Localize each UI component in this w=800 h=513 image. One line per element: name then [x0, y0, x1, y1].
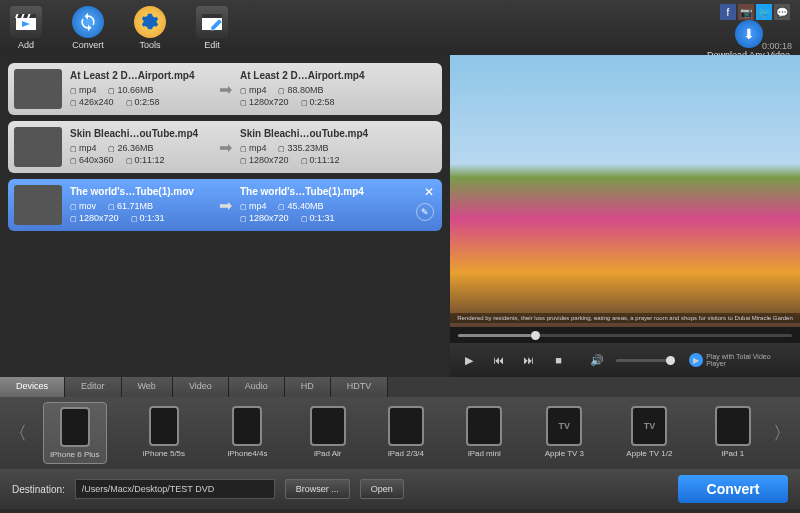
dst-title: Skin Bleachi…ouTube.mp4 [240, 128, 380, 139]
device-label: iPad mini [468, 449, 501, 458]
src-format: mp4 [70, 143, 96, 153]
dst-format: mp4 [240, 85, 266, 95]
add-button[interactable]: Add [10, 6, 42, 50]
tools-button[interactable]: Tools [134, 6, 166, 50]
seek-bar[interactable]: 0:00:18 [450, 327, 800, 343]
dst-format: mp4 [240, 143, 266, 153]
src-title: The world's…Tube(1).mov [70, 186, 210, 197]
src-resolution: 640x360 [70, 155, 114, 165]
device-label: iPhone 6 Plus [50, 450, 99, 459]
dst-size: 45.40MB [278, 201, 323, 211]
close-icon[interactable]: ✕ [424, 185, 434, 199]
player-controls: ▶ ⏮ ⏭ ■ 🔊 ▶ Play with Total Video Player [450, 343, 800, 377]
device-icon [149, 406, 179, 446]
time-display: 0:00:18 [762, 41, 792, 51]
src-size: 61.71MB [108, 201, 153, 211]
dst-format: mp4 [240, 201, 266, 211]
device-label: iPhone 5/5s [143, 449, 185, 458]
device-label: iPad 2/3/4 [388, 449, 424, 458]
src-title: At Least 2 D…Airport.mp4 [70, 70, 210, 81]
clapperboard-icon [10, 6, 42, 38]
browser-button[interactable]: Browser ... [285, 479, 350, 499]
device-icon [310, 406, 346, 446]
convert-main-button[interactable]: Convert [678, 475, 788, 503]
device-icon [232, 406, 262, 446]
dst-title: The world's…Tube(1).mp4 [240, 186, 380, 197]
destination-label: Destination: [12, 484, 65, 495]
play-external-link[interactable]: ▶ Play with Total Video Player [689, 353, 792, 367]
play-button[interactable]: ▶ [458, 349, 480, 371]
device-option[interactable]: iPad 1 [709, 402, 757, 464]
src-size: 26.36MB [108, 143, 153, 153]
device-icon [466, 406, 502, 446]
device-icon: TV [546, 406, 582, 446]
src-duration: 0:2:58 [126, 97, 160, 107]
dst-resolution: 1280x720 [240, 213, 289, 223]
download-any-video-button[interactable]: ⬇ Download Any Video [707, 20, 790, 60]
pencil-icon [196, 6, 228, 38]
device-label: iPhone4/4s [227, 449, 267, 458]
tab-audio[interactable]: Audio [229, 377, 285, 397]
tab-hdtv[interactable]: HDTV [331, 377, 389, 397]
facebook-icon[interactable]: f [720, 4, 736, 20]
refresh-icon [72, 6, 104, 38]
tab-devices[interactable]: Devices [0, 377, 65, 397]
dst-duration: 0:1:31 [301, 213, 335, 223]
edit-button[interactable]: Edit [196, 6, 228, 50]
thumbnail [14, 185, 62, 225]
src-format: mov [70, 201, 96, 211]
device-option[interactable]: iPhone 5/5s [137, 402, 191, 464]
preview-caption: Rendered by residents, their loss provid… [450, 313, 800, 323]
device-option[interactable]: iPhone 6 Plus [43, 402, 106, 464]
device-prev-button[interactable]: 〈 [8, 421, 28, 445]
src-format: mp4 [70, 85, 96, 95]
instagram-icon[interactable]: 📷 [738, 4, 754, 20]
volume-slider[interactable] [616, 359, 676, 362]
dst-resolution: 1280x720 [240, 97, 289, 107]
dst-size: 335.23MB [278, 143, 328, 153]
prev-button[interactable]: ⏮ [488, 349, 510, 371]
tab-hd[interactable]: HD [285, 377, 331, 397]
tab-web[interactable]: Web [122, 377, 173, 397]
device-next-button[interactable]: 〉 [772, 421, 792, 445]
device-option[interactable]: iPad 2/3/4 [382, 402, 430, 464]
arrow-icon: ➡ [210, 138, 240, 157]
stop-button[interactable]: ■ [548, 349, 570, 371]
open-button[interactable]: Open [360, 479, 404, 499]
src-size: 10.66MB [108, 85, 153, 95]
thumbnail [14, 69, 62, 109]
device-icon [60, 407, 90, 447]
volume-icon[interactable]: 🔊 [586, 349, 608, 371]
twitter-icon[interactable]: 🐦 [756, 4, 772, 20]
device-option[interactable]: TVApple TV 3 [539, 402, 590, 464]
video-preview[interactable]: Rendered by residents, their loss provid… [450, 55, 800, 327]
device-option[interactable]: TVApple TV 1/2 [620, 402, 678, 464]
file-list: At Least 2 D…Airport.mp4 mp410.66MB 426x… [0, 55, 450, 377]
other-icon[interactable]: 💬 [774, 4, 790, 20]
device-label: Apple TV 1/2 [626, 449, 672, 458]
src-duration: 0:1:31 [131, 213, 165, 223]
src-duration: 0:11:12 [126, 155, 165, 165]
main-toolbar: Add Convert Tools Edit f 📷 🐦 💬 ⬇ Downloa… [0, 0, 800, 55]
file-item[interactable]: The world's…Tube(1).mov mov61.71MB 1280x… [8, 179, 442, 231]
thumbnail [14, 127, 62, 167]
dst-duration: 0:11:12 [301, 155, 340, 165]
next-button[interactable]: ⏭ [518, 349, 540, 371]
device-option[interactable]: iPhone4/4s [221, 402, 273, 464]
device-option[interactable]: iPad mini [460, 402, 508, 464]
dst-resolution: 1280x720 [240, 155, 289, 165]
tab-video[interactable]: Video [173, 377, 229, 397]
tab-editor[interactable]: Editor [65, 377, 122, 397]
src-resolution: 426x240 [70, 97, 114, 107]
device-option[interactable]: iPad Air [304, 402, 352, 464]
device-icon [715, 406, 751, 446]
svg-marker-7 [202, 14, 222, 18]
file-item[interactable]: Skin Bleachi…ouTube.mp4 mp426.36MB 640x3… [8, 121, 442, 173]
src-resolution: 1280x720 [70, 213, 119, 223]
edit-item-button[interactable]: ✎ [416, 203, 434, 221]
gear-icon [134, 6, 166, 38]
destination-input[interactable] [75, 479, 275, 499]
file-item[interactable]: At Least 2 D…Airport.mp4 mp410.66MB 426x… [8, 63, 442, 115]
convert-button[interactable]: Convert [72, 6, 104, 50]
footer-bar: Destination: Browser ... Open Convert [0, 469, 800, 509]
